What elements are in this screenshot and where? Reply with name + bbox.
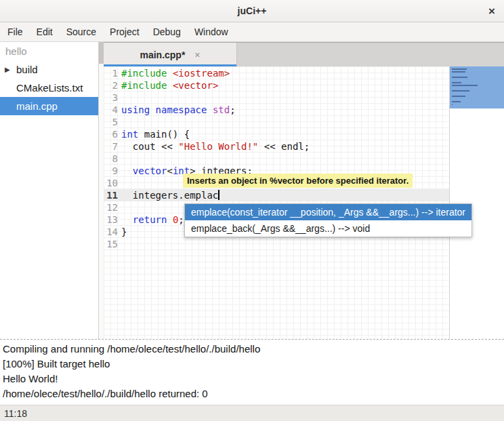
line-number: 1: [104, 67, 121, 79]
code-text: cout << "Hello World!" << endl;: [121, 140, 310, 153]
code-text: #include <vector>: [121, 79, 218, 92]
tree-item-build[interactable]: ▶build: [0, 60, 98, 79]
menu-item-file[interactable]: File: [1, 22, 30, 41]
line-number: 7: [104, 140, 121, 153]
tab-bar: main.cpp* ×: [104, 42, 504, 66]
code-text: #include <iostream>: [121, 67, 230, 79]
cursor-position: 11:18: [4, 408, 27, 419]
main-area: hello ▶buildCMakeLists.txtmain.cpp main.…: [0, 42, 504, 339]
minimap-line: [452, 101, 461, 102]
project-name: hello: [0, 42, 98, 60]
code-text: integers.emplac: [121, 189, 219, 201]
output-line: /home/olece/test/hello/./build/hello ret…: [3, 386, 504, 401]
tree-item-label: main.cpp: [16, 97, 58, 115]
minimap-line: [452, 68, 467, 70]
line-number: 11: [104, 189, 121, 201]
sidebar-scrollbar[interactable]: [99, 42, 104, 339]
output-line: [100%] Built target hello: [3, 357, 504, 372]
line-number: 2: [104, 79, 121, 92]
code-text: return 0;: [121, 214, 184, 226]
line-number: 10: [104, 177, 121, 189]
code-line-1[interactable]: 1#include <iostream>: [104, 67, 449, 79]
tree-item-cmakelists-txt[interactable]: CMakeLists.txt: [0, 79, 98, 97]
menu-item-window[interactable]: Window: [188, 22, 235, 41]
close-icon[interactable]: ×: [488, 0, 495, 22]
line-number: 12: [104, 201, 121, 214]
scrollbar-thumb[interactable]: [99, 42, 104, 64]
title-bar[interactable]: juCi++ ×: [0, 0, 504, 22]
minimap-line: [452, 71, 465, 73]
output-line: Hello World!: [3, 372, 504, 386]
code-line-3[interactable]: 3: [104, 92, 449, 104]
minimap-line: [452, 90, 469, 92]
minimap-line: [452, 104, 453, 105]
editor-column: main.cpp* × 1#include <iostream>2#includ…: [104, 42, 504, 339]
menu-item-project[interactable]: Project: [103, 22, 146, 41]
code-text: using namespace std;: [121, 104, 236, 116]
tab-label: main.cpp*: [140, 49, 185, 60]
tree-item-main-cpp[interactable]: main.cpp: [0, 97, 98, 115]
line-number: 5: [104, 116, 121, 128]
output-line: Compiling and running /home/olece/test/h…: [3, 342, 504, 357]
code-text: int main() {: [121, 128, 190, 140]
menu-item-source[interactable]: Source: [60, 22, 103, 41]
menu-item-edit[interactable]: Edit: [30, 22, 60, 41]
completion-doc-tooltip: Inserts an object in %vector before spec…: [183, 174, 413, 188]
minimap-line: [452, 85, 478, 86]
code-line-11[interactable]: 11 integers.emplac: [104, 189, 449, 201]
code-text: }: [121, 226, 127, 238]
status-bar: 11:18: [0, 405, 504, 421]
tab-close-icon[interactable]: ×: [194, 49, 200, 60]
expander-icon[interactable]: ▶: [5, 60, 10, 79]
code-editor[interactable]: 1#include <iostream>2#include <vector>34…: [104, 66, 449, 339]
minimap[interactable]: [449, 66, 504, 339]
code-line-4[interactable]: 4using namespace std;: [104, 104, 449, 116]
tab-main-cpp[interactable]: main.cpp* ×: [104, 43, 237, 66]
output-panel: Compiling and running /home/olece/test/h…: [0, 339, 504, 405]
minimap-visible-region[interactable]: [450, 66, 504, 108]
minimap-line: [452, 82, 461, 83]
juci-window: juCi++ × FileEditSourceProjectDebugWindo…: [0, 0, 504, 421]
code-line-6[interactable]: 6int main() {: [104, 128, 449, 140]
code-line-5[interactable]: 5: [104, 116, 449, 128]
editor-wrap: 1#include <iostream>2#include <vector>34…: [104, 66, 504, 339]
line-number: 8: [104, 153, 121, 165]
line-number: 15: [104, 238, 121, 250]
completion-popup: emplace(const_iterator __position, _Args…: [184, 203, 472, 237]
menu-item-debug[interactable]: Debug: [146, 22, 188, 41]
code-line-8[interactable]: 8: [104, 153, 449, 165]
minimap-line: [452, 96, 465, 97]
minimap-line: [452, 77, 467, 78]
line-number: 13: [104, 214, 121, 226]
line-number: 3: [104, 92, 121, 104]
text-cursor: [218, 190, 219, 200]
line-number: 14: [104, 226, 121, 238]
code-line-15[interactable]: 15: [104, 238, 449, 250]
menu-bar: FileEditSourceProjectDebugWindow: [0, 22, 504, 42]
window-title: juCi++: [238, 5, 267, 16]
code-line-7[interactable]: 7 cout << "Hello World!" << endl;: [104, 140, 449, 153]
line-number: 4: [104, 104, 121, 116]
tree-item-label: CMakeLists.txt: [16, 79, 83, 97]
tree-item-label: build: [16, 60, 38, 79]
completion-item[interactable]: emplace(const_iterator __position, _Args…: [185, 204, 471, 220]
line-number: 9: [104, 165, 121, 177]
file-tree: hello ▶buildCMakeLists.txtmain.cpp: [0, 42, 99, 339]
code-line-2[interactable]: 2#include <vector>: [104, 79, 449, 92]
completion-item[interactable]: emplace_back(_Args &&__args...) --> void: [185, 220, 471, 237]
line-number: 6: [104, 128, 121, 140]
